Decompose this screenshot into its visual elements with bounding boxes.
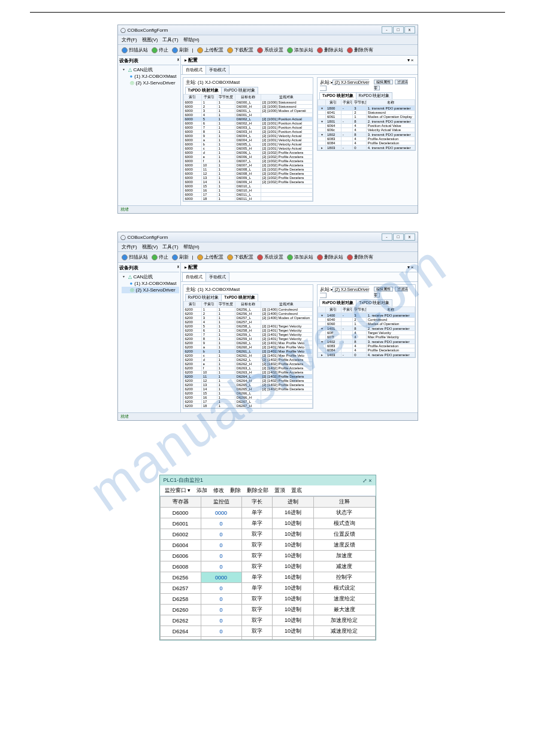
tree-item-servo[interactable]: ◎(2) XJ-ServoDriver xyxy=(122,80,179,86)
plc-bar-window[interactable]: 监控窗口 ▾ xyxy=(165,487,191,494)
status-bar: 就绪 xyxy=(118,205,418,213)
tb-stop[interactable]: 停止 xyxy=(152,254,168,260)
toolbar: 扫描从站 停止 刷新 | 上传配置 下载配置 系统设置 添加从站 删除从站 删除… xyxy=(118,45,418,56)
tb-refresh[interactable]: 刷新 xyxy=(172,254,189,260)
right-grid[interactable]: 索引子索引字节长度名称▾1800-31. transmit PDO parame… xyxy=(318,99,415,150)
slave-label: 从站: xyxy=(320,80,331,85)
tb-addslave[interactable]: 添加从站 xyxy=(287,47,313,53)
app-icon: ◯ xyxy=(120,28,126,33)
plc-title: PLC1-自由监控1 xyxy=(164,476,204,484)
tb-upload[interactable]: 上传配置 xyxy=(197,254,223,260)
tab-manual[interactable]: 手动模式 xyxy=(205,272,229,281)
status-bar: 就绪 xyxy=(118,412,418,420)
tab-manual[interactable]: 手动模式 xyxy=(205,65,229,74)
maximize-button[interactable]: □ xyxy=(393,26,404,34)
app-title: COBoxConfigForm xyxy=(128,28,168,33)
menubar: 文件(F) 视图(V) 工具(T) 帮助(H) xyxy=(118,35,418,45)
plc-bar-del[interactable]: 删除 xyxy=(230,487,241,494)
titlebar: ◯COBoxConfigForm - □ x xyxy=(118,25,418,35)
slave-label: 从站: xyxy=(320,287,331,292)
tree-root[interactable]: ▾△CAN总线 xyxy=(122,66,179,73)
subtab-txpdo[interactable]: TxPDO 映射对象 xyxy=(221,294,258,301)
tb-delslave[interactable]: 删除从站 xyxy=(317,47,343,53)
app-window-1: ◯COBoxConfigForm - □ x 文件(F) 视图(V) 工具(T)… xyxy=(117,25,418,214)
master-value: (1) XJ-COBOXMast xyxy=(198,80,240,85)
subtab-rxpdo[interactable]: RxPDO 映射对象 xyxy=(221,87,258,94)
tree-item-master[interactable]: ●(1) XJ-COBOXMast xyxy=(122,280,179,287)
tb-delslave[interactable]: 删除从站 xyxy=(317,254,343,260)
menu-file[interactable]: 文件(F) xyxy=(122,37,137,43)
close-button[interactable]: x xyxy=(404,233,415,241)
tb-delall[interactable]: 删除所有 xyxy=(347,254,373,260)
tb-addslave[interactable]: 添加从站 xyxy=(287,254,313,260)
window-controls: - □ x xyxy=(382,26,415,34)
minimize-button[interactable]: - xyxy=(382,26,392,34)
tb-download[interactable]: 下载配置 xyxy=(227,254,253,260)
btn-edit[interactable]: 编辑属性 xyxy=(374,80,393,84)
tree-root[interactable]: ▾△CAN总线 xyxy=(122,274,179,280)
subtab-txpdo[interactable]: TxPDO 映射对象 xyxy=(185,87,222,94)
tb-download[interactable]: 下载配置 xyxy=(227,47,253,53)
plc-bar-bottom[interactable]: 置底 xyxy=(291,487,302,494)
tab-auto[interactable]: 自动模式 xyxy=(182,65,206,74)
plc-close-icon[interactable]: × xyxy=(368,478,371,484)
tb-refresh[interactable]: 刷新 xyxy=(172,47,189,53)
tb-sysset[interactable]: 系统设置 xyxy=(257,254,283,260)
device-list-panel: 设备列表ᵡ ▾△CAN总线 ●(1) XJ-COBOXMast ◎(2) XJ-… xyxy=(118,56,181,205)
tb-delall[interactable]: 删除所有 xyxy=(347,47,373,53)
btn-edit[interactable]: 编辑属性 xyxy=(374,287,393,292)
subtab-r-txpdo[interactable]: TxPDO 映射对象 xyxy=(356,299,392,306)
pin-icon[interactable]: ᵡ xyxy=(177,265,179,271)
plc-bar-top[interactable]: 置顶 xyxy=(274,487,285,494)
plc-monitor-panel: PLC1-自由监控1 ⤢ × 监控窗口 ▾ 添加 修改 删除 删除全部 置顶 置… xyxy=(159,475,376,640)
plc-bar-add[interactable]: 添加 xyxy=(197,487,207,494)
tb-scan[interactable]: 扫描从站 xyxy=(122,47,148,53)
plc-bar-delall[interactable]: 删除全部 xyxy=(247,487,268,494)
tab-config[interactable]: 配置 xyxy=(188,57,198,63)
pin-icon[interactable]: ᵡ xyxy=(177,57,179,64)
tree-item-master[interactable]: ●(1) XJ-COBOXMast xyxy=(122,73,179,80)
menu-view[interactable]: 视图(V) xyxy=(142,244,158,250)
app-window-2: ◯COBoxConfigForm -□x 文件(F) 视图(V) 工具(T) 帮… xyxy=(117,232,418,421)
menu-view[interactable]: 视图(V) xyxy=(142,37,158,43)
plc-pin-icon[interactable]: ⤢ xyxy=(362,478,367,484)
menu-help[interactable]: 帮助(H) xyxy=(183,244,200,250)
right-grid-2[interactable]: 索引子索引字节长度名称▾1400-31. receive PDO paramet… xyxy=(318,306,415,357)
panel-close-icon[interactable]: ▾ × xyxy=(407,57,414,63)
master-value: (1) XJ-COBOXMast xyxy=(198,287,240,292)
maximize-button[interactable]: □ xyxy=(393,233,404,241)
tab-config[interactable]: 配置 xyxy=(188,265,198,270)
subtab-rxpdo[interactable]: RxPDO 映射对象 xyxy=(185,294,222,301)
tb-stop[interactable]: 停止 xyxy=(152,47,168,53)
plc-table[interactable]: 寄存器监控值字长进制注释D60000000单字16进制状态字D60010单字10… xyxy=(160,496,376,640)
tab-auto[interactable]: 自动模式 xyxy=(182,272,206,281)
close-button[interactable]: x xyxy=(404,26,415,34)
subtab-r-rxpdo[interactable]: RxPDO 映射对象 xyxy=(319,299,356,306)
panel-close-icon[interactable]: ▾ × xyxy=(407,265,414,270)
menu-tools[interactable]: 工具(T) xyxy=(162,37,178,43)
tb-sysset[interactable]: 系统设置 xyxy=(257,47,283,53)
minimize-button[interactable]: - xyxy=(382,233,392,241)
master-label: 主站: xyxy=(186,287,197,292)
menu-tools[interactable]: 工具(T) xyxy=(162,244,178,250)
menu-file[interactable]: 文件(F) xyxy=(122,244,137,250)
plc-bar-edit[interactable]: 修改 xyxy=(213,487,224,494)
tb-upload[interactable]: 上传配置 xyxy=(197,47,223,53)
subtab-r-rxpdo[interactable]: RxPDO 映射对象 xyxy=(356,92,393,99)
device-list-title: 设备列表 xyxy=(119,57,138,64)
master-label: 主站: xyxy=(186,80,197,85)
tree-item-servo[interactable]: ◎(2) XJ-ServoDriver xyxy=(122,287,179,293)
device-list-title: 设备列表 xyxy=(119,265,138,271)
menu-help[interactable]: 帮助(H) xyxy=(183,37,200,43)
subtab-r-txpdo[interactable]: TxPDO 映射对象 xyxy=(319,92,356,99)
tb-scan[interactable]: 扫描从站 xyxy=(122,254,148,260)
left-grid[interactable]: 索引子索引字节长度目标名称监视对象600011D6000_L[2] [1000]… xyxy=(183,94,313,201)
app-title-2: COBoxConfigForm xyxy=(128,235,168,240)
left-grid-2[interactable]: 索引子索引字节长度目标名称监视对象620011D6256_L[2] [1400]… xyxy=(183,301,313,408)
